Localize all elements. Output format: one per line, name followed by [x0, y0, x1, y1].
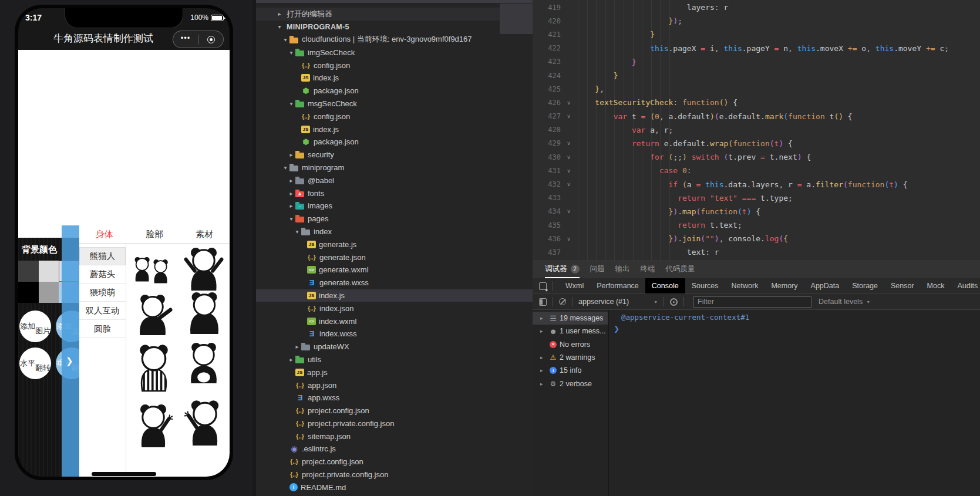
tree-row[interactable]: ▸updateWX — [256, 340, 533, 353]
fold-chevron-icon[interactable]: ∨ — [561, 181, 577, 187]
tree-row[interactable]: ◉.eslintrc.js — [256, 443, 533, 455]
color-swatch[interactable] — [18, 261, 39, 282]
sticker-panda-sit[interactable] — [181, 341, 226, 383]
console-log-area[interactable]: @appservice-current-context#1 ❯ — [609, 310, 980, 496]
code-line[interactable]: 423 } — [533, 55, 980, 69]
category-双人互动[interactable]: 双人互动 — [79, 302, 126, 320]
sticker-tab-脸部[interactable]: 脸部 — [129, 226, 179, 243]
fold-chevron-icon[interactable]: ∨ — [561, 113, 577, 119]
code-line[interactable]: 426∨ textSecurityCheck: function() { — [533, 96, 980, 109]
code-line[interactable]: 435 return t.text; — [533, 218, 980, 232]
tree-row[interactable]: ⬢package.json — [256, 136, 533, 149]
code-line[interactable]: 429∨ return e.default.wrap(function(t) { — [533, 137, 980, 150]
code-line[interactable]: 436∨ }).join(""), console.log({ — [533, 232, 980, 245]
tree-row[interactable]: {..}config.json — [256, 59, 533, 72]
action-button-水平翻转[interactable]: 水平翻转 — [19, 347, 51, 379]
console-context-ref[interactable]: @appservice-current-context#1 — [621, 313, 749, 322]
context-caret-icon[interactable]: ▼ — [654, 300, 658, 304]
tree-row[interactable]: iREADME.md — [256, 481, 533, 494]
chevron-down-icon[interactable]: ▾ — [275, 23, 284, 30]
console-filter-1-user-mess-[interactable]: ▸☻1 user mess... — [533, 325, 608, 338]
category-蘑菇头[interactable]: 蘑菇头 — [79, 265, 126, 284]
sticker-panda-wave[interactable] — [131, 397, 176, 453]
fold-chevron-icon[interactable]: ∨ — [561, 168, 577, 174]
sticker-tab-素材[interactable]: 素材 — [180, 226, 230, 243]
code-line[interactable]: 421 } — [533, 28, 980, 41]
tree-row[interactable]: ▾MINIPROGRAM-5 — [256, 21, 533, 33]
explorer-scrollbar-thumb[interactable] — [500, 4, 533, 34]
code-line[interactable]: 419 layers: r — [533, 1, 980, 14]
sticker-panda-back[interactable] — [183, 291, 226, 334]
tree-row[interactable]: ▾imgSecCheck — [256, 46, 533, 59]
chevron-down-icon[interactable]: ▾ — [293, 228, 301, 235]
tree-row[interactable]: {..}app.json — [256, 379, 533, 392]
chevron-down-icon[interactable]: ▾ — [287, 100, 295, 107]
tree-row[interactable]: JSgenerate.js — [256, 238, 533, 251]
tree-row[interactable]: ▸@babel — [256, 174, 533, 187]
more-dots-icon[interactable]: ••• — [173, 34, 198, 45]
tree-row[interactable]: ▸security — [256, 149, 533, 161]
console-filter-15-info[interactable]: ▸i15 info — [533, 364, 608, 377]
fold-chevron-icon[interactable]: ∨ — [561, 154, 577, 160]
debugger-tab-代码质量[interactable]: 代码质量 — [666, 261, 695, 278]
category-圆脸[interactable]: 圆脸 — [79, 320, 126, 338]
debugger-tab-问题[interactable]: 问题 — [590, 261, 605, 278]
tree-row[interactable]: ▸Afonts — [256, 187, 533, 200]
debugger-tab-终端[interactable]: 终端 — [641, 261, 655, 278]
tree-row[interactable]: {..}index.json — [256, 302, 533, 315]
chevron-right-icon[interactable]: ▸ — [540, 328, 547, 334]
console-filter-19-messages[interactable]: ▸☰19 messages — [533, 312, 608, 325]
fold-chevron-icon[interactable]: ∨ — [561, 208, 577, 214]
fold-chevron-icon[interactable]: ∨ — [561, 236, 577, 242]
chevron-right-icon[interactable]: ▸ — [293, 343, 301, 350]
tree-row[interactable]: {..}project.config.json — [256, 404, 533, 417]
code-editor[interactable]: 419 layers: r420 });421 }422 this.pageX … — [533, 0, 980, 261]
tree-row[interactable]: Ǝapp.wxss — [256, 392, 533, 404]
sidebar-toggle-icon[interactable] — [539, 298, 547, 306]
debugger-tab-调试器[interactable]: 调试器2 — [545, 261, 580, 278]
sticker-panda-pajama[interactable] — [130, 336, 178, 397]
chevron-right-icon[interactable]: ▸ — [540, 381, 547, 387]
color-swatch[interactable] — [39, 261, 59, 282]
console-prompt-icon[interactable]: ❯ — [614, 325, 619, 333]
code-line[interactable]: 422 this.pageX = i, this.pageY = n, this… — [533, 42, 980, 55]
category-猥琐萌[interactable]: 猥琐萌 — [79, 284, 126, 302]
color-swatch[interactable] — [18, 282, 39, 303]
tree-row[interactable]: <>index.wxml — [256, 315, 533, 328]
tree-row[interactable]: ▾pages — [256, 212, 533, 225]
tree-row[interactable]: {..}generate.json — [256, 251, 533, 264]
code-line[interactable]: 430∨ for (;;) switch (t.prev = t.next) { — [533, 150, 980, 164]
chevron-right-icon[interactable]: ▸ — [275, 11, 284, 17]
code-line[interactable]: 424 } — [533, 69, 980, 82]
console-filter-2-verbose[interactable]: ▸⚙2 verbose — [533, 377, 608, 390]
chevron-right-icon[interactable]: ▸ — [287, 356, 295, 363]
chevron-right-icon[interactable]: ▸ — [287, 203, 295, 209]
tree-row[interactable]: {..}project.config.json — [256, 455, 533, 468]
console-filter-no-errors[interactable]: ✕No errors — [533, 338, 608, 351]
context-selector[interactable]: appservice (#1) — [578, 298, 629, 306]
capsule-menu[interactable]: ••• — [173, 31, 224, 48]
inspect-element-icon[interactable]: ◄ — [539, 282, 547, 290]
chevron-right-icon[interactable]: ▸ — [287, 151, 295, 158]
sticker-panda-wave-2[interactable] — [181, 394, 228, 450]
devtools-tab-audits[interactable]: Audits — [951, 278, 980, 293]
tree-row[interactable]: JSindex.js — [256, 289, 533, 302]
devtools-tab-console[interactable]: Console — [645, 278, 685, 293]
tree-row[interactable]: ⬢package.json — [256, 85, 533, 97]
action-button-添加图片[interactable]: 添加图片 — [19, 311, 51, 342]
chevron-right-icon[interactable]: ▸ — [540, 355, 547, 360]
devtools-tab-memory[interactable]: Memory — [765, 278, 804, 293]
code-line[interactable]: 427∨ var t = (0, a.default)(e.default.ma… — [533, 110, 980, 123]
code-line[interactable]: 420 }); — [533, 14, 980, 28]
devtools-tab-mock[interactable]: Mock — [921, 278, 951, 293]
sticker-panda-lean[interactable] — [180, 246, 227, 291]
category-熊猫人[interactable]: 熊猫人 — [79, 247, 126, 265]
code-line[interactable]: 425 }, — [533, 82, 980, 96]
live-expression-eye-icon[interactable] — [670, 298, 678, 306]
panel-slider-strip[interactable]: ❯ — [62, 225, 79, 477]
console-filter-2-warnings[interactable]: ▸⚠2 warnings — [533, 351, 608, 364]
tree-row[interactable]: ▸打开的编辑器 — [256, 8, 533, 21]
tree-row[interactable]: ▾miniprogram — [256, 161, 533, 174]
chevron-down-icon[interactable]: ▾ — [281, 36, 289, 43]
tree-row[interactable]: JSindex.js — [256, 72, 533, 85]
